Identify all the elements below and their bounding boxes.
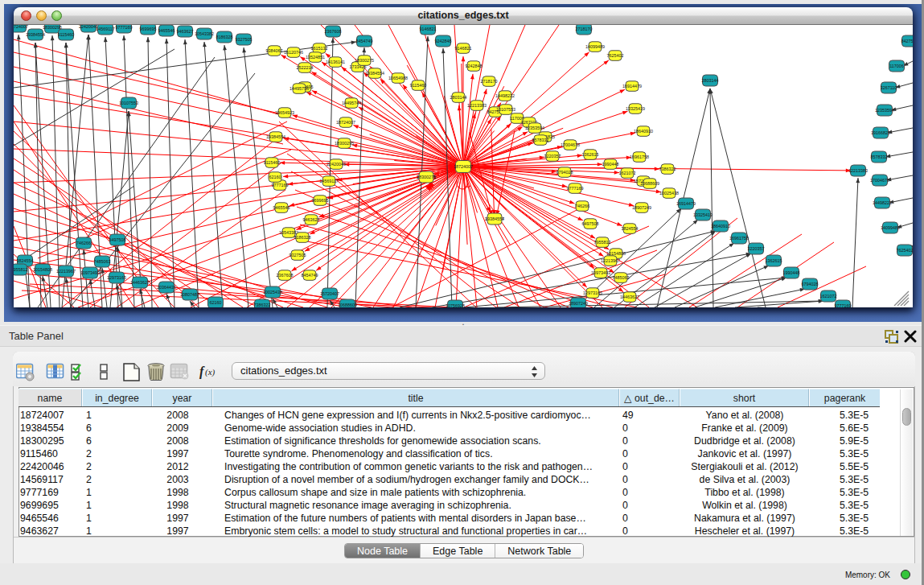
svg-text:6497508: 6497508	[109, 237, 126, 242]
svg-text:8427552: 8427552	[901, 39, 914, 43]
svg-text:6794028: 6794028	[802, 282, 819, 286]
svg-text:10154808: 10154808	[33, 267, 52, 272]
svg-text:14099489: 14099489	[881, 225, 900, 230]
svg-text:3220357: 3220357	[544, 154, 561, 159]
svg-text:2367608: 2367608	[325, 29, 342, 34]
svg-text:16120746: 16120746	[284, 50, 303, 55]
svg-text:12213383: 12213383	[467, 103, 487, 108]
svg-text:18300275: 18300275	[417, 175, 436, 179]
svg-text:9115460: 9115460	[264, 160, 281, 165]
svg-text:10688609: 10688609	[338, 303, 357, 307]
svg-text:19384554: 19384554	[266, 134, 285, 139]
svg-text:18724007: 18724007	[14, 25, 28, 29]
svg-text:7386322: 7386322	[254, 303, 271, 307]
svg-text:14136141: 14136141	[326, 60, 345, 64]
svg-text:14495756: 14495756	[290, 86, 309, 91]
svg-text:2367608: 2367608	[277, 273, 294, 278]
svg-text:2718170: 2718170	[481, 79, 498, 84]
svg-text:18640910: 18640910	[711, 224, 730, 229]
svg-text:2803144: 2803144	[450, 95, 467, 100]
svg-text:14495744: 14495744	[342, 101, 361, 105]
svg-text:3824554: 3824554	[622, 226, 639, 231]
svg-text:19384554: 19384554	[26, 32, 45, 37]
svg-text:3824554: 3824554	[17, 258, 34, 263]
svg-text:62160: 62160	[269, 175, 281, 179]
svg-text:10543382: 10543382	[195, 31, 214, 36]
svg-text:62160: 62160	[210, 300, 222, 305]
svg-text:16914479: 16914479	[676, 201, 696, 206]
svg-text:1621072: 1621072	[619, 171, 636, 175]
svg-text:10107553: 10107553	[119, 101, 138, 105]
svg-text:10154808: 10154808	[606, 251, 626, 256]
svg-text:8454749: 8454749	[356, 39, 373, 43]
svg-text:10973493: 10973493	[80, 270, 100, 275]
svg-text:9115460: 9115460	[58, 32, 75, 37]
svg-text:9463627: 9463627	[303, 217, 320, 222]
svg-text:10688609: 10688609	[640, 181, 659, 186]
svg-text:9327505: 9327505	[290, 253, 306, 257]
svg-text:12213967: 12213967	[601, 258, 620, 263]
svg-text:13325419: 13325419	[626, 106, 645, 111]
svg-text:9327505: 9327505	[236, 37, 253, 42]
svg-text:14498222: 14498222	[873, 200, 892, 205]
svg-text:8578332: 8578332	[532, 138, 549, 142]
svg-text:18640910: 18640910	[634, 129, 653, 134]
svg-text:10973493: 10973493	[591, 270, 610, 275]
svg-text:14569117: 14569117	[319, 179, 339, 183]
svg-text:18724007: 18724007	[336, 120, 355, 125]
svg-text:19384554: 19384554	[485, 216, 504, 221]
svg-text:10107553: 10107553	[496, 107, 515, 112]
svg-text:9242848: 9242848	[435, 39, 452, 43]
svg-text:7955812: 7955812	[14, 267, 28, 272]
svg-text:9242848: 9242848	[466, 64, 483, 68]
svg-text:13325419: 13325419	[693, 212, 713, 217]
svg-text:12353594: 12353594	[875, 108, 894, 113]
svg-text:9384067: 9384067	[266, 48, 283, 53]
svg-text:17004678: 17004678	[870, 178, 889, 183]
svg-text:7625402: 7625402	[897, 248, 914, 253]
svg-text:3267110: 3267110	[881, 85, 897, 90]
svg-text:2522214: 2522214	[297, 65, 314, 70]
svg-text:117006: 117006	[889, 64, 904, 68]
svg-text:10025438: 10025438	[659, 191, 679, 196]
svg-text:9777169: 9777169	[116, 25, 133, 30]
svg-text:18300275: 18300275	[355, 58, 374, 63]
svg-text:(x): (x)	[205, 367, 216, 377]
svg-text:9699695: 9699695	[140, 27, 157, 31]
svg-text:14099489: 14099489	[585, 44, 605, 49]
svg-text:14569117: 14569117	[96, 27, 115, 31]
svg-text:1990448: 1990448	[783, 270, 800, 275]
svg-text:10756928: 10756928	[446, 303, 465, 307]
svg-text:16961758: 16961758	[729, 236, 749, 241]
svg-text:12973165: 12973165	[107, 275, 126, 280]
svg-text:10025438: 10025438	[263, 290, 282, 295]
svg-text:19384554: 19384554	[365, 71, 384, 76]
svg-text:9463627: 9463627	[177, 29, 194, 34]
svg-text:14463627: 14463627	[620, 295, 639, 299]
svg-text:9777169: 9777169	[567, 186, 584, 191]
svg-text:9777169: 9777169	[272, 183, 289, 187]
svg-text:18907249: 18907249	[632, 205, 651, 210]
svg-text:17004678: 17004678	[561, 142, 580, 147]
svg-text:22420046: 22420046	[326, 162, 346, 167]
svg-text:3220357: 3220357	[748, 246, 765, 251]
svg-text:7485063: 7485063	[94, 259, 111, 264]
svg-text:16961758: 16961758	[630, 154, 649, 159]
svg-text:12973165: 12973165	[583, 290, 602, 295]
svg-text:9465546: 9465546	[273, 205, 290, 210]
svg-text:10807487: 10807487	[180, 292, 199, 297]
svg-text:10654988: 10654988	[388, 76, 408, 80]
svg-text:7625402: 7625402	[607, 53, 624, 58]
svg-text:19654923: 19654923	[275, 110, 294, 115]
svg-text:1990448: 1990448	[602, 162, 619, 167]
svg-text:18300295: 18300295	[335, 141, 354, 146]
svg-text:9777169: 9777169	[835, 303, 852, 307]
svg-text:19166825: 19166825	[871, 130, 890, 135]
svg-text:1615132: 1615132	[311, 46, 328, 51]
svg-text:14498222: 14498222	[495, 93, 515, 98]
svg-text:18300295: 18300295	[43, 25, 62, 30]
svg-text:1362615: 1362615	[582, 152, 599, 157]
svg-text:1621072: 1621072	[820, 294, 837, 299]
svg-text:16914479: 16914479	[622, 84, 642, 89]
svg-text:f: f	[199, 365, 205, 379]
